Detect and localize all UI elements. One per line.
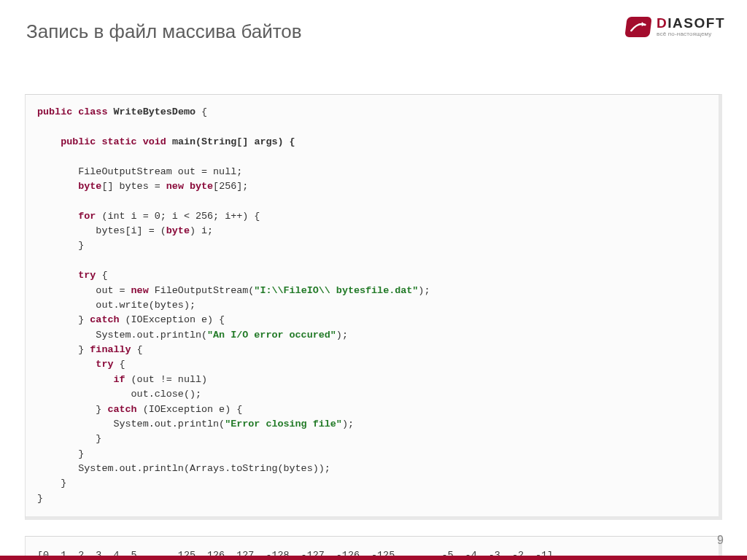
source-code: public class WriteBytesDemo { public sta… — [37, 105, 707, 506]
slide-title: Запись в файл массива байтов — [26, 20, 302, 43]
logo-mark-icon — [624, 17, 651, 37]
logo-tagline: всё по-настоящему — [657, 31, 725, 37]
code-block: public class WriteBytesDemo { public sta… — [25, 94, 722, 520]
logo-text: DIASOFT всё по-настоящему — [657, 16, 725, 37]
footer-accent-bar — [0, 556, 747, 560]
logo-wordmark: DIASOFT — [657, 16, 725, 30]
brand-logo: DIASOFT всё по-настоящему — [626, 16, 725, 37]
slide-header: Запись в файл массива байтов DIASOFT всё… — [0, 0, 747, 50]
page-number: 9 — [717, 534, 724, 547]
